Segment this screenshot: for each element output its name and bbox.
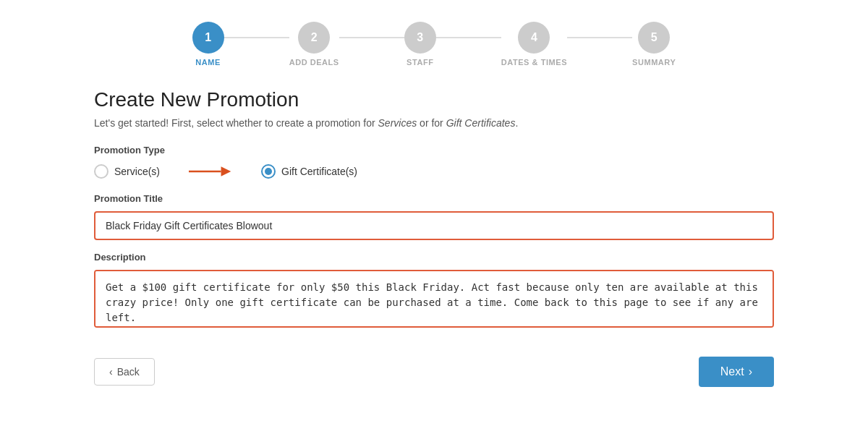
back-button[interactable]: ‹ Back [94,358,155,386]
subtitle-middle: or for [417,117,446,129]
radio-gift[interactable]: Gift Certificate(s) [261,164,357,179]
step-1: 1 NAME [192,22,224,67]
radio-services-button[interactable] [94,164,109,179]
promotion-title-input[interactable] [94,211,774,240]
description-label: Description [94,252,774,263]
subtitle-prefix: Let's get started! First, select whether… [94,117,378,129]
page-subtitle: Let's get started! First, select whether… [94,117,774,129]
next-button-label: Next [720,365,744,378]
radio-services[interactable]: Service(s) [94,164,160,179]
description-input[interactable]: Get a $100 gift certificate for only $50… [94,270,774,328]
promotion-title-label: Promotion Title [94,193,774,204]
page-title: Create New Promotion [94,88,774,111]
footer-bar: ‹ Back Next › [80,357,788,387]
promotion-title-group: Promotion Title [94,193,774,240]
step-connector-4-5 [567,37,632,38]
back-chevron-icon: ‹ [109,366,113,378]
step-2-circle: 2 [298,22,330,54]
radio-group: Service(s) Gift Certificate(s) [94,163,774,180]
promotion-type-group: Promotion Type Service(s) [94,145,774,180]
step-5-circle: 5 [638,22,670,54]
step-2: 2 ADD DEALS [289,22,339,67]
svg-marker-1 [221,166,231,176]
step-1-circle: 1 [192,22,224,54]
stepper: 1 NAME 2 ADD DEALS 3 STAFF 4 DATES & TIM… [192,22,676,67]
subtitle-gift: Gift Certificates [446,117,516,129]
description-group: Description Get a $100 gift certificate … [94,252,774,331]
step-5: 5 SUMMARY [632,22,676,67]
step-connector-3-4 [436,37,501,38]
radio-gift-button[interactable] [261,164,276,179]
step-3-label: STAFF [407,58,433,67]
step-connector-1-2 [224,37,289,38]
step-4-label: DATES & TIMES [501,58,567,67]
back-button-label: Back [117,366,140,378]
step-4-circle: 4 [518,22,550,54]
arrow-indicator [189,163,232,180]
subtitle-services: Services [378,117,417,129]
radio-gift-label: Gift Certificate(s) [281,166,357,177]
step-4: 4 DATES & TIMES [501,22,567,67]
step-3-circle: 3 [404,22,436,54]
arrow-icon [189,163,232,180]
main-content: Create New Promotion Let's get started! … [80,88,788,342]
next-chevron-icon: › [749,365,752,378]
step-2-label: ADD DEALS [289,58,339,67]
radio-services-label: Service(s) [114,166,160,177]
radio-gift-inner [265,168,272,175]
step-3: 3 STAFF [404,22,436,67]
next-button[interactable]: Next › [699,357,774,387]
subtitle-suffix: . [515,117,518,129]
page-container: 1 NAME 2 ADD DEALS 3 STAFF 4 DATES & TIM… [0,0,868,434]
step-5-label: SUMMARY [632,58,676,67]
promotion-type-label: Promotion Type [94,145,774,156]
step-connector-2-3 [339,37,404,38]
step-1-label: NAME [195,58,221,67]
